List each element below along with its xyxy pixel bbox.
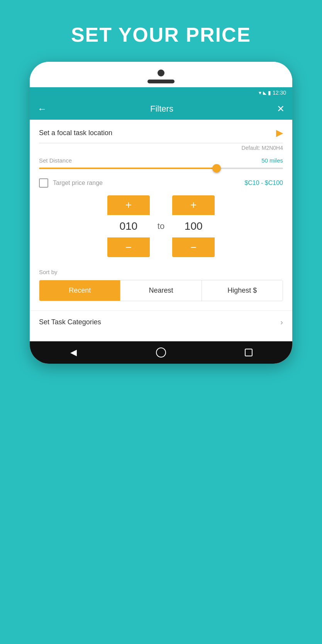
page-title: SET YOUR PRICE bbox=[71, 23, 251, 46]
phone-frame: ▾ ◣ ▮ 12:30 ← Filters ✕ Set a focal task… bbox=[30, 62, 292, 364]
distance-label: Set Distance bbox=[39, 157, 72, 164]
sort-nearest-button[interactable]: Nearest bbox=[120, 280, 202, 301]
sort-highest-button[interactable]: Highest $ bbox=[202, 280, 283, 301]
nav-recent-button[interactable] bbox=[243, 347, 254, 358]
slider-container[interactable] bbox=[39, 168, 283, 169]
app-bar: ← Filters ✕ bbox=[30, 98, 292, 120]
price-range-checkbox[interactable] bbox=[39, 178, 48, 188]
max-plus-button[interactable]: + bbox=[172, 195, 215, 215]
stepper-separator: to bbox=[158, 221, 164, 231]
min-minus-button[interactable]: − bbox=[107, 238, 150, 257]
stepper-row: + 010 − to + 100 − bbox=[39, 195, 283, 257]
nav-home-circle bbox=[156, 347, 166, 358]
nav-square-icon bbox=[245, 349, 253, 356]
categories-row[interactable]: Set Task Categories › bbox=[39, 311, 283, 334]
app-bar-title: Filters bbox=[150, 104, 173, 114]
back-button[interactable]: ← bbox=[37, 103, 47, 114]
categories-label: Set Task Categories bbox=[39, 318, 101, 326]
sort-by-label: Sort by bbox=[39, 269, 283, 275]
price-range-row: Target price range $C10 - $C100 bbox=[39, 178, 283, 188]
nav-home-button[interactable] bbox=[155, 347, 167, 358]
location-row[interactable]: Set a focal task location ▶ bbox=[39, 127, 283, 143]
wifi-icon: ▾ bbox=[259, 90, 261, 96]
speaker bbox=[147, 80, 175, 83]
location-label: Set a focal task location bbox=[39, 129, 112, 137]
camera bbox=[158, 69, 164, 76]
chevron-right-icon: › bbox=[280, 318, 283, 327]
nav-bar: ◀ bbox=[30, 341, 292, 364]
sort-buttons: Recent Nearest Highest $ bbox=[39, 280, 283, 301]
slider-thumb bbox=[212, 164, 221, 173]
default-location: Default: M2N0H4 bbox=[39, 145, 283, 151]
min-stepper: + 010 − bbox=[107, 195, 150, 257]
distance-row: Set Distance 50 miles bbox=[39, 157, 283, 164]
status-time: 12:30 bbox=[273, 90, 286, 96]
sort-recent-button[interactable]: Recent bbox=[39, 280, 120, 301]
phone-top bbox=[30, 62, 292, 87]
max-value: 100 bbox=[172, 215, 215, 238]
min-value: 010 bbox=[107, 215, 150, 238]
max-stepper: + 100 − bbox=[172, 195, 215, 257]
signal-icon: ◣ bbox=[263, 90, 266, 95]
min-plus-button[interactable]: + bbox=[107, 195, 150, 215]
phone-content: Set a focal task location ▶ Default: M2N… bbox=[30, 120, 292, 341]
location-icon: ▶ bbox=[276, 127, 283, 138]
distance-slider[interactable] bbox=[39, 168, 283, 169]
status-bar: ▾ ◣ ▮ 12:30 bbox=[30, 87, 292, 98]
price-range-label: Target price range bbox=[53, 180, 103, 186]
max-minus-button[interactable]: − bbox=[172, 238, 215, 257]
distance-value: 50 miles bbox=[261, 157, 283, 164]
price-range-value: $C10 - $C100 bbox=[244, 180, 283, 186]
close-button[interactable]: ✕ bbox=[277, 103, 285, 114]
battery-icon: ▮ bbox=[268, 90, 271, 96]
nav-back-button[interactable]: ◀ bbox=[68, 347, 79, 358]
